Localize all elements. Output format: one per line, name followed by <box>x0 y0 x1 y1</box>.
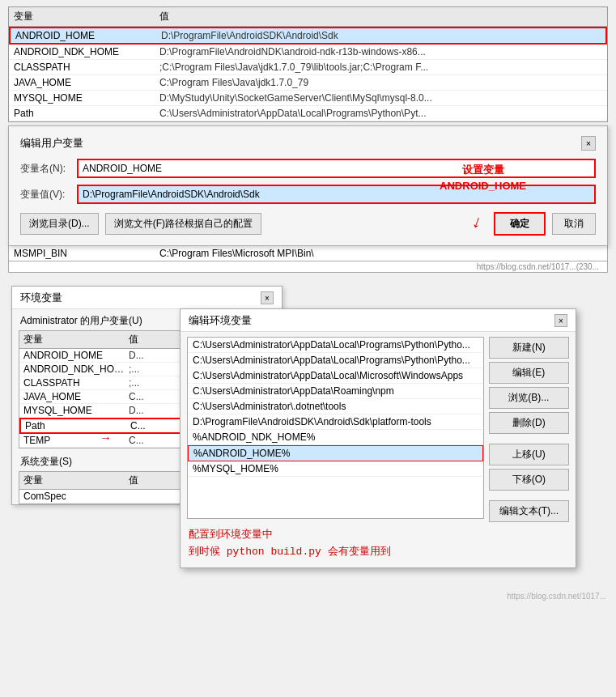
env-window-close[interactable]: × <box>261 291 274 304</box>
env-window-title-bar: 环境变量 × <box>12 287 282 309</box>
msmpi-val: C:\Program Files\Microsoft MPI\Bin\ <box>159 248 602 259</box>
confirm-button[interactable]: 确定 <box>494 212 546 236</box>
dialog-title: 编辑用户变量 <box>20 136 83 151</box>
browse-button[interactable]: 浏览(B)... <box>489 387 569 409</box>
row-var: MYSQL_HOME <box>14 92 159 104</box>
path-list[interactable]: C:\Users\Administrator\AppData\Local\Pro… <box>187 337 484 519</box>
path-list-item-android-home[interactable]: %ANDROID_HOME% <box>188 445 483 461</box>
bottom-watermark: https://blog.csdn.net/1017... <box>500 591 613 601</box>
env-dialog-buttons: 新建(N) 编辑(E) 浏览(B)... 删除(D) 上移(U) 下移(O) 编… <box>489 337 569 522</box>
path-list-item[interactable]: C:\Users\Administrator\AppData\Local\Pro… <box>188 353 483 368</box>
row-var: CLASSPATH <box>14 62 159 73</box>
msmpi-section: MSMPI_BIN C:\Program Files\Microsoft MPI… <box>8 246 608 261</box>
dialog-title-bar: 编辑用户变量 × <box>20 136 596 151</box>
move-up-button[interactable]: 上移(U) <box>489 444 569 465</box>
edit-text-button[interactable]: 编辑文本(T)... <box>489 500 569 522</box>
row-val: C:\Users\Administrator\AppData\Local\Pro… <box>159 108 602 119</box>
new-button[interactable]: 新建(N) <box>489 337 569 359</box>
table-row[interactable]: JAVA_HOME C:\Program Files\Java\jdk1.7.0… <box>9 75 607 91</box>
col-val-header: 值 <box>159 10 602 23</box>
edit-button[interactable]: 编辑(E) <box>489 362 569 384</box>
browse-dir-button[interactable]: 浏览目录(D)... <box>20 213 99 235</box>
edit-env-title-bar: 编辑环境变量 × <box>181 309 576 332</box>
path-list-item[interactable]: %ANDROID_NDK_HOME% <box>188 430 483 445</box>
col-var-header: 变量 <box>14 10 159 23</box>
bottom-section: 环境变量 × Administrator 的用户变量(U) 变量 值 ANDRO… <box>3 286 613 601</box>
row-val: C:\Program Files\Java\jdk1.7.0_79 <box>159 77 602 88</box>
table-row[interactable]: ANDROID_HOME D:\ProgramFile\AndroidSDK\A… <box>9 27 607 45</box>
table-row[interactable]: CLASSPATH ;C:\Program Files\Java\jdk1.7.… <box>9 60 607 75</box>
env-window-title: 环境变量 <box>20 291 62 305</box>
path-list-item[interactable]: C:\Users\Administrator\.dotnet\tools <box>188 399 483 414</box>
path-list-item[interactable]: C:\Users\Administrator\AppData\Local\Pro… <box>188 338 483 353</box>
edit-env-variable-dialog: 编辑环境变量 × C:\Users\Administrator\AppData\… <box>180 308 576 568</box>
top-watermark: https://blog.csdn.net/1017...(230... <box>8 261 608 273</box>
top-table-header: 变量 值 <box>9 7 607 27</box>
row-var: ANDROID_HOME <box>15 30 161 41</box>
edit-user-variable-dialog: 编辑用户变量 × 变量名(N): 变量值(V): 设置变量 ANDROID_HO… <box>8 125 608 246</box>
var-val-label: 变量值(V): <box>20 188 77 202</box>
row-val: D:\ProgramFile\AndroidSDK\Android\Sdk <box>161 30 601 41</box>
bottom-annotation: 配置到环境变量中 到时候 python build.py 会有变量用到 <box>181 522 576 567</box>
move-down-button[interactable]: 下移(O) <box>489 469 569 491</box>
path-list-item[interactable]: D:\ProgramFile\AndroidSDK\Android\Sdk\pl… <box>188 414 483 430</box>
path-list-item[interactable]: C:\Users\Administrator\AppData\Local\Mic… <box>188 368 483 384</box>
browse-file-button[interactable]: 浏览文件(F)路径根据自己的配置 <box>105 213 261 235</box>
edit-env-close[interactable]: × <box>554 314 567 327</box>
msmpi-var: MSMPI_BIN <box>14 248 159 259</box>
row-val: D:\MyStudy\Unity\SocketGameServer\Client… <box>159 92 602 104</box>
cancel-button[interactable]: 取消 <box>552 213 596 235</box>
var-name-label: 变量名(N): <box>20 162 77 176</box>
row-var: ANDROID_NDK_HOME <box>14 46 159 57</box>
top-section: 变量 值 ANDROID_HOME D:\ProgramFile\Android… <box>8 6 608 122</box>
path-list-item[interactable]: %MYSQL_HOME% <box>188 461 483 477</box>
table-row[interactable]: Path C:\Users\Administrator\AppData\Loca… <box>9 106 607 121</box>
close-button[interactable]: × <box>581 136 596 151</box>
path-list-item[interactable]: C:\Users\Administrator\AppData\Roaming\n… <box>188 384 483 399</box>
row-var: Path <box>14 108 159 119</box>
edit-env-title: 编辑环境变量 <box>189 313 252 328</box>
path-arrow-indicator: → <box>100 431 112 444</box>
row-val: ;C:\Program Files\Java\jdk1.7.0_79\lib\t… <box>159 62 602 73</box>
table-row[interactable]: MYSQL_HOME D:\MyStudy\Unity\SocketGameSe… <box>9 91 607 106</box>
table-row[interactable]: ANDROID_NDK_HOME D:\ProgramFile\AndroidN… <box>9 45 607 60</box>
dialog-button-row: 浏览目录(D)... 浏览文件(F)路径根据自己的配置 确定 取消 <box>20 212 596 236</box>
delete-button[interactable]: 删除(D) <box>489 412 569 434</box>
row-var: JAVA_HOME <box>14 77 159 88</box>
callout-annotation: 设置变量 ANDROID_HOME <box>440 162 526 193</box>
row-val: D:\ProgramFile\AndroidNDK\android-ndk-r1… <box>159 46 602 57</box>
